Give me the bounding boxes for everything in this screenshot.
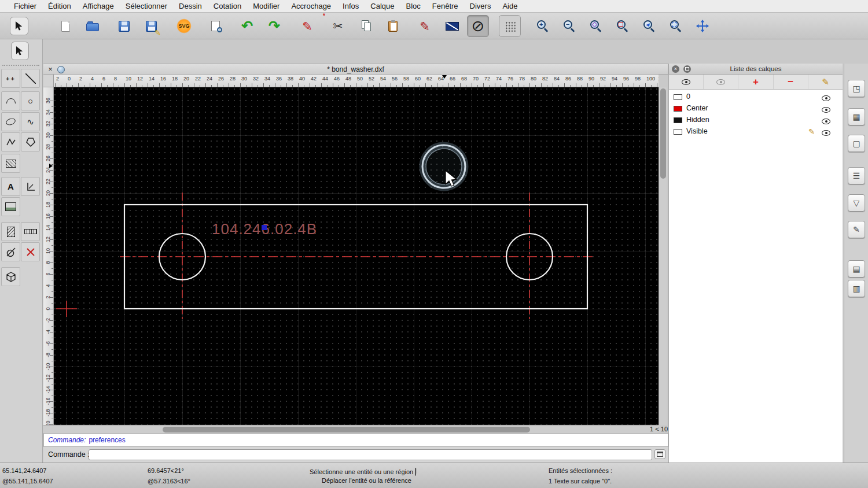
layer-color-swatch[interactable] (674, 94, 682, 100)
menu-edition[interactable]: Édition (42, 2, 77, 10)
tool-snap-button[interactable] (21, 242, 40, 261)
tool-dimension-button[interactable] (21, 177, 40, 196)
menu-dessin[interactable]: Dessin (173, 2, 208, 10)
zoom-auto-button[interactable] (585, 15, 607, 37)
layer-row-hidden[interactable]: Hidden (669, 114, 843, 126)
dock-notes-button[interactable]: ▤ (848, 260, 865, 278)
menu-selectionner[interactable]: Sélectionner (120, 2, 173, 10)
layer-visibility-toggle[interactable] (822, 119, 830, 124)
menu-affichage[interactable]: Affichage (77, 2, 120, 10)
tool-polygon-button[interactable] (21, 132, 40, 151)
tool-ellipse-button[interactable] (1, 112, 20, 131)
show-all-layers-button[interactable] (669, 75, 704, 89)
attributes-pen-button[interactable]: ✎ (414, 15, 436, 37)
menu-divers[interactable]: Divers (464, 2, 497, 10)
layer-visibility-toggle[interactable] (822, 95, 830, 101)
tool-image-button[interactable] (1, 197, 20, 216)
layer-name[interactable]: Center (686, 104, 708, 112)
tool-text-button[interactable]: A (1, 177, 20, 196)
palette-select-button[interactable] (11, 42, 29, 60)
grid-toggle-button[interactable] (499, 15, 521, 37)
layer-visibility-toggle[interactable] (822, 107, 830, 113)
layer-row-center[interactable]: Center (669, 103, 843, 114)
paste-button[interactable] (382, 15, 404, 37)
menu-accrochage[interactable]: Accrochage (285, 2, 337, 10)
tool-hatch-button[interactable] (1, 154, 20, 173)
tool-polyline-button[interactable] (1, 132, 20, 151)
layer-row-visible[interactable]: Visible ✎ (669, 126, 843, 138)
layer-name[interactable]: 0 (686, 93, 690, 101)
new-document-button[interactable] (54, 15, 76, 37)
hide-all-layers-button[interactable] (704, 75, 738, 89)
palette-drag-handle[interactable] (2, 65, 39, 66)
cut-button[interactable]: ✂* (327, 15, 349, 37)
dock-pen-settings-button[interactable]: ✎ (848, 221, 865, 238)
menu-modifier[interactable]: Modifier (247, 2, 285, 10)
zoom-selected-button[interactable] (612, 15, 634, 37)
edit-layer-button[interactable]: ✎ (808, 75, 843, 89)
tool-circle-button[interactable]: ○ (21, 91, 40, 110)
layer-color-swatch[interactable] (674, 106, 682, 112)
svg-export-button[interactable]: SVG (173, 15, 195, 37)
dock-page-button[interactable]: ▢ (848, 135, 865, 152)
layer-panel-float-button[interactable] (683, 65, 691, 73)
menu-aide[interactable]: Aide (496, 2, 523, 10)
redo-button[interactable]: ↷ (263, 15, 285, 37)
text-insertion-handle[interactable] (262, 225, 267, 230)
zoom-previous-button[interactable]: ◀ (638, 15, 660, 37)
tool-line-button[interactable] (21, 69, 40, 88)
open-file-button[interactable] (82, 15, 104, 37)
layer-name[interactable]: Hidden (686, 116, 709, 124)
print-preview-button[interactable] (204, 15, 226, 37)
menu-calque[interactable]: Calque (365, 2, 400, 10)
draft-mode-button[interactable]: ⊘ (467, 15, 489, 37)
edit-pencil-button[interactable]: ✎ (296, 15, 318, 37)
tab-window-icon[interactable] (57, 66, 65, 73)
tool-points-button[interactable]: ++ (1, 69, 20, 88)
document-tab-title[interactable]: * bond_washer.dxf (327, 65, 384, 73)
layer-color-swatch[interactable] (674, 117, 682, 123)
menu-bloc[interactable]: Bloc (400, 2, 426, 10)
zoom-window-button[interactable] (665, 15, 687, 37)
select-tool-button[interactable] (10, 17, 28, 35)
dock-block-visibility-button[interactable]: ◳ (848, 80, 865, 97)
tool-arc-button[interactable] (1, 91, 20, 110)
tool-spline-button[interactable]: ∿ (21, 112, 40, 131)
layer-visibility-toggle[interactable] (822, 130, 830, 136)
tool-isometric-button[interactable] (1, 267, 20, 286)
layer-panel-close-button[interactable]: × (672, 65, 679, 73)
command-input[interactable] (89, 449, 652, 460)
pan-button[interactable] (692, 15, 713, 37)
tool-measure-button[interactable] (21, 222, 40, 241)
remove-layer-button[interactable]: − (774, 75, 808, 89)
menu-fichier[interactable]: Fichier (8, 2, 42, 10)
dock-blocks-button[interactable]: ▦ (848, 108, 865, 125)
menu-infos[interactable]: Infos (337, 2, 365, 10)
copy-button[interactable] (355, 15, 377, 37)
tool-pattern-button[interactable] (1, 222, 20, 241)
line-attributes-button[interactable] (441, 15, 463, 37)
right-click-hint: Déplacer l'entité ou la référence (322, 477, 411, 484)
undo-button[interactable]: ↶ (236, 15, 258, 37)
layer-row-0[interactable]: 0 (669, 91, 843, 103)
horizontal-scrollbar-thumb[interactable] (163, 427, 530, 432)
add-layer-button[interactable]: + (738, 75, 773, 89)
tool-tangent-circle-button[interactable] (1, 242, 20, 261)
menu-fenetre[interactable]: Fenêtre (426, 2, 464, 10)
zoom-out-button[interactable]: − (558, 15, 580, 37)
horizontal-scrollbar[interactable] (43, 425, 659, 433)
layer-name[interactable]: Visible (686, 127, 708, 135)
tab-close-button[interactable]: × (46, 65, 54, 73)
save-button[interactable] (113, 15, 135, 37)
save-as-button[interactable]: ✎ (140, 15, 162, 37)
dock-filter-button[interactable]: ▽ (848, 194, 865, 212)
drawing-canvas[interactable]: 104.246.02.4B (54, 87, 659, 425)
menu-cotation[interactable]: Cotation (208, 2, 247, 10)
command-options-button[interactable] (654, 449, 665, 459)
dock-entity-list-button[interactable]: ☰ (848, 167, 865, 184)
dock-clipboard-button[interactable]: ▥ (848, 280, 865, 297)
layer-color-swatch[interactable] (674, 129, 682, 135)
vertical-scrollbar[interactable] (659, 87, 667, 425)
zoom-in-button[interactable]: + (532, 15, 554, 37)
vertical-scrollbar-thumb[interactable] (660, 88, 666, 179)
